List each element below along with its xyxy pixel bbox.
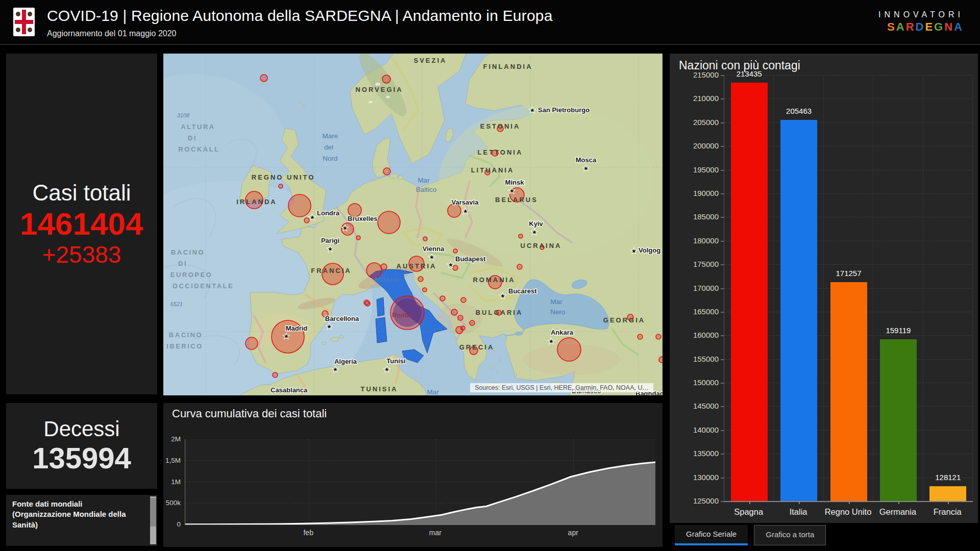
case-circle[interactable] <box>288 194 311 217</box>
curve-ytick-label: 0 <box>163 520 181 528</box>
city-label-mosca: Mosca <box>576 156 597 164</box>
scrollbar[interactable] <box>150 496 156 544</box>
map-label-svezia: SVEZIA <box>414 57 447 64</box>
map-label-roma: Roma <box>392 311 411 319</box>
case-circle[interactable] <box>381 264 387 270</box>
case-circle[interactable] <box>383 168 390 175</box>
update-date: Aggiornamento del 01 maggio 2020 <box>47 29 177 38</box>
capital-star-icon: ★ <box>530 107 535 114</box>
bar-ytick-mark <box>721 501 724 502</box>
curve-ytick-label: 1,5M <box>163 457 181 464</box>
case-circle[interactable] <box>461 297 466 303</box>
map-label-di: DI <box>188 134 197 142</box>
brand-letter: A <box>896 20 906 33</box>
map-attribution: Sources: Esri, USGS | Esri, HERE, Garmin… <box>470 383 653 392</box>
case-circle[interactable] <box>440 296 445 301</box>
case-circle[interactable] <box>378 211 400 234</box>
bar-ytick-label: 195000 <box>672 165 719 174</box>
bar-ytick-label: 135000 <box>672 449 719 458</box>
bar-francia[interactable] <box>929 486 966 501</box>
map-label-nero: Nero <box>550 308 565 316</box>
curve-xtick-label: apr <box>563 529 583 537</box>
case-circle[interactable] <box>470 320 475 325</box>
bar-ytick-label: 190000 <box>672 189 719 197</box>
case-circle[interactable] <box>656 334 661 339</box>
bar-ytick-mark <box>721 170 724 171</box>
case-circle[interactable] <box>356 236 360 240</box>
map-label-lituania: LITUANIA <box>471 166 514 174</box>
bar-ytick-label: 125000 <box>672 496 719 505</box>
bar-vgridline <box>873 75 873 501</box>
case-circle[interactable] <box>423 288 427 292</box>
capital-star-icon: ★ <box>500 292 506 299</box>
map-label-norvegia: NORVEGIA <box>355 86 403 93</box>
bar-ytick-label: 200000 <box>672 141 719 150</box>
sardegna-flag-icon <box>13 8 35 36</box>
case-circle[interactable] <box>304 218 309 223</box>
bar-ytick-label: 215000 <box>672 70 719 79</box>
case-circle[interactable] <box>453 265 458 270</box>
case-circle[interactable] <box>519 234 523 238</box>
case-circle[interactable] <box>423 237 427 241</box>
bar-regno-unito[interactable] <box>830 282 867 501</box>
bar-ytick-label: 185000 <box>672 212 719 221</box>
case-circle[interactable] <box>659 357 663 363</box>
total-cases-panel: Casi totali 1461404 +25383 <box>6 54 157 394</box>
source-note: Fonte dati mondiali (Organizzazione Mond… <box>12 499 135 530</box>
case-circle[interactable] <box>382 75 390 83</box>
case-circle[interactable] <box>638 334 643 339</box>
map-label-tunisia: TUNISIA <box>361 385 398 393</box>
map-label-di: DI <box>178 260 187 267</box>
case-circle[interactable] <box>453 249 457 253</box>
curve-ytick-label: 1M <box>163 478 181 486</box>
case-circle[interactable] <box>260 74 267 82</box>
bar-vgridline <box>923 75 923 501</box>
map-label-belarus: BELARUS <box>495 196 538 204</box>
bar-ytick-label: 130000 <box>672 473 719 482</box>
bar-ytick-mark <box>721 146 724 147</box>
case-circle[interactable] <box>364 300 369 305</box>
curve-ytick-label: 2M <box>163 435 181 443</box>
capital-star-icon: ★ <box>333 366 338 373</box>
cases-value: 1461404 <box>20 206 143 242</box>
deaths-value: 135994 <box>32 441 131 475</box>
bar-ytick-mark <box>721 359 724 360</box>
bar-ytick-label: 165000 <box>672 307 719 316</box>
curve-xtick-label: feb <box>298 529 318 537</box>
europe-map-svg[interactable]: SVEZIAFINLANDIANORVEGIAESTONIALETTONIALI… <box>163 54 663 395</box>
case-circle[interactable] <box>418 277 423 282</box>
case-circle[interactable] <box>273 372 278 378</box>
case-circle[interactable] <box>458 315 463 320</box>
bar-vgridline <box>823 75 824 501</box>
bar-spagna[interactable] <box>731 83 768 501</box>
tab-grafico-a-torta[interactable]: Grafico a torta <box>754 525 826 545</box>
case-circle[interactable] <box>557 338 581 361</box>
map-label-estonia: ESTONIA <box>480 122 521 130</box>
case-circle[interactable] <box>279 184 283 188</box>
bar-ytick-label: 175000 <box>672 260 719 268</box>
case-circle[interactable] <box>456 327 463 334</box>
brand-letter: S <box>887 20 896 33</box>
case-circle[interactable] <box>246 337 258 349</box>
city-label-barcellona: Barcellona <box>325 315 359 322</box>
map-label-nord: Nord <box>323 155 337 162</box>
dashboard: COVID-19 | Regione Autonoma della SARDEG… <box>0 0 980 551</box>
case-circle[interactable] <box>517 264 522 269</box>
curve-xtick-label: mar <box>425 529 446 537</box>
map-label-ucraina: UCRAINA <box>521 242 562 249</box>
bar-italia[interactable] <box>780 120 817 501</box>
scrollbar-thumb[interactable] <box>150 498 156 527</box>
bar-vgridline <box>773 75 774 501</box>
tab-grafico-seriale[interactable]: Grafico Seriale <box>675 525 748 545</box>
brand-letter: D <box>916 20 925 33</box>
europe-map-panel[interactable]: SVEZIAFINLANDIANORVEGIAESTONIALETTONIALI… <box>163 54 663 395</box>
bar-ytick-mark <box>721 288 724 289</box>
capital-star-icon: ★ <box>384 366 390 373</box>
brand-letter: N <box>944 20 954 33</box>
capital-star-icon: ★ <box>509 187 515 194</box>
bar-germania[interactable] <box>880 339 917 501</box>
bar-ytick-label: 145000 <box>672 402 719 410</box>
bar-value-label: 171257 <box>824 269 873 278</box>
city-label-parigi: Parigi <box>321 237 339 244</box>
case-circle[interactable] <box>451 309 457 315</box>
